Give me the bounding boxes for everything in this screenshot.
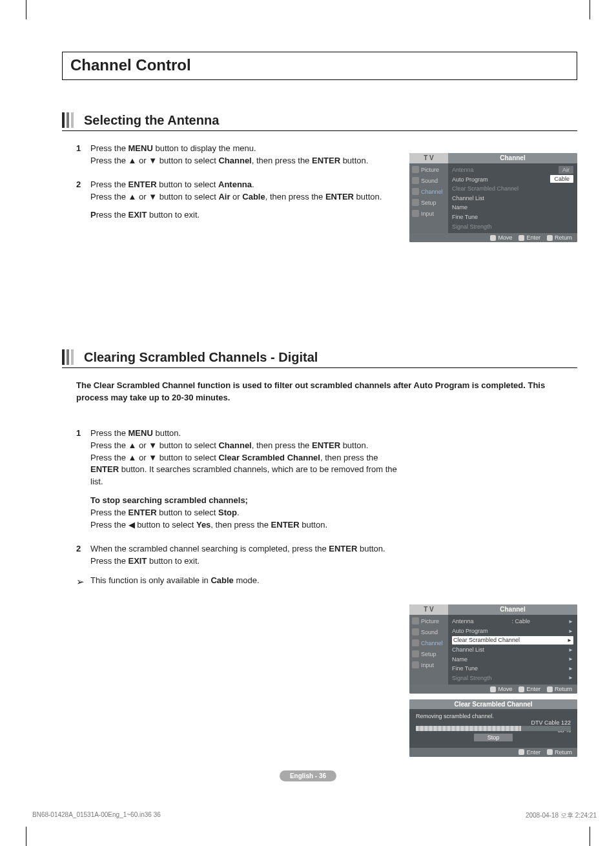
crop-mark bbox=[590, 827, 590, 846]
crop-mark bbox=[26, 827, 26, 846]
menu-item: Name► bbox=[452, 655, 573, 664]
menu-item: Antenna: Cable► bbox=[452, 617, 573, 626]
step-text: When the scrambled channel searching is … bbox=[90, 543, 400, 568]
osd-screenshot-1: T V Channel Picture Sound Channel Setup … bbox=[409, 153, 577, 242]
move-icon bbox=[490, 686, 496, 692]
menu-item: Signal Strength bbox=[452, 223, 573, 231]
input-icon bbox=[412, 210, 419, 217]
option-air: Air bbox=[559, 166, 573, 174]
footer-enter: Enter bbox=[526, 749, 540, 756]
option-cable: Cable bbox=[550, 175, 573, 183]
return-icon bbox=[547, 749, 553, 755]
note-text: This function is only available in Cable… bbox=[90, 575, 400, 587]
section-title: Selecting the Antenna bbox=[84, 113, 219, 128]
enter-icon bbox=[518, 235, 524, 241]
osd-screenshot-2: T V Channel Picture Sound Channel Setup … bbox=[409, 604, 577, 694]
side-label: Setup bbox=[421, 651, 436, 657]
footer-return: Return bbox=[555, 749, 572, 756]
osd-header-right: Channel bbox=[448, 153, 577, 163]
step-text: Press the MENU button to display the men… bbox=[90, 143, 400, 167]
osd-header-right: Channel bbox=[448, 604, 577, 615]
step-number: 2 bbox=[76, 543, 90, 568]
picture-icon bbox=[412, 166, 419, 173]
stop-button: Stop bbox=[474, 734, 513, 741]
section-marker bbox=[62, 112, 74, 128]
step-number: 2 bbox=[76, 179, 90, 222]
dialog-title: Clear Scrambled Channel bbox=[409, 699, 577, 709]
footer-return: Return bbox=[555, 686, 572, 692]
side-label: Sound bbox=[421, 178, 438, 184]
step-text: Press the ENTER button to select Antenna… bbox=[90, 179, 400, 222]
footer-enter: Enter bbox=[526, 234, 540, 241]
channel-icon bbox=[412, 639, 419, 646]
menu-item: Name bbox=[452, 203, 573, 212]
side-label: Sound bbox=[421, 629, 438, 635]
dialog-status: Removing scrambled channel. bbox=[416, 713, 571, 719]
return-icon bbox=[547, 235, 553, 241]
side-label: Picture bbox=[421, 167, 439, 173]
footer-move: Move bbox=[498, 686, 512, 692]
setup-icon bbox=[412, 199, 419, 206]
menu-item: Channel List► bbox=[452, 646, 573, 654]
side-label: Channel bbox=[421, 189, 443, 195]
sound-icon bbox=[412, 628, 419, 635]
footer-move: Move bbox=[498, 234, 512, 241]
menu-item: Signal Strength► bbox=[452, 674, 573, 683]
osd-screenshot-3: Clear Scrambled Channel Removing scrambl… bbox=[409, 699, 577, 756]
channel-icon bbox=[412, 188, 419, 195]
footer-enter: Enter bbox=[526, 686, 540, 692]
step-text: Press the MENU button.Press the ▲ or ▼ b… bbox=[90, 428, 400, 531]
enter-icon bbox=[518, 686, 524, 692]
side-label: Input bbox=[421, 211, 434, 217]
section-title: Clearing Scrambled Channels - Digital bbox=[84, 350, 318, 365]
footer-return: Return bbox=[555, 234, 572, 241]
page-badge: English - 36 bbox=[280, 770, 336, 781]
picture-icon bbox=[412, 617, 419, 624]
side-label: Channel bbox=[421, 640, 443, 646]
menu-item: Channel List bbox=[452, 194, 573, 203]
section-intro: The Clear Scrambled Channel function is … bbox=[76, 380, 577, 404]
side-label: Setup bbox=[421, 200, 436, 206]
page-title: Channel Control bbox=[62, 52, 577, 80]
side-label: Picture bbox=[421, 618, 439, 624]
menu-item: Auto Program► bbox=[452, 627, 573, 635]
return-icon bbox=[547, 686, 553, 692]
footer-left: BN68-01428A_01531A-00Eng_1~60.in36 36 bbox=[32, 811, 161, 820]
side-label: Input bbox=[421, 662, 434, 668]
section-marker bbox=[62, 349, 74, 365]
input-icon bbox=[412, 661, 419, 668]
menu-item: Fine Tune► bbox=[452, 665, 573, 673]
progress-bar bbox=[416, 726, 571, 731]
crop-mark bbox=[590, 0, 590, 19]
sound-icon bbox=[412, 177, 419, 184]
crop-mark bbox=[26, 0, 26, 19]
note-arrow-icon: ➢ bbox=[76, 575, 90, 588]
menu-item: Fine Tune bbox=[452, 213, 573, 222]
move-icon bbox=[490, 235, 496, 241]
footer-right: 2008-04-18 오후 2:24:21 bbox=[526, 811, 597, 820]
step-number: 1 bbox=[76, 428, 90, 531]
step-number: 1 bbox=[76, 143, 90, 167]
osd-header-left: T V bbox=[409, 604, 448, 615]
enter-icon bbox=[518, 749, 524, 755]
osd-header-left: T V bbox=[409, 153, 448, 163]
setup-icon bbox=[412, 650, 419, 657]
menu-item: Clear Scrambled Channel bbox=[452, 185, 573, 193]
menu-item-selected: Clear Scrambled Channel► bbox=[452, 636, 573, 645]
